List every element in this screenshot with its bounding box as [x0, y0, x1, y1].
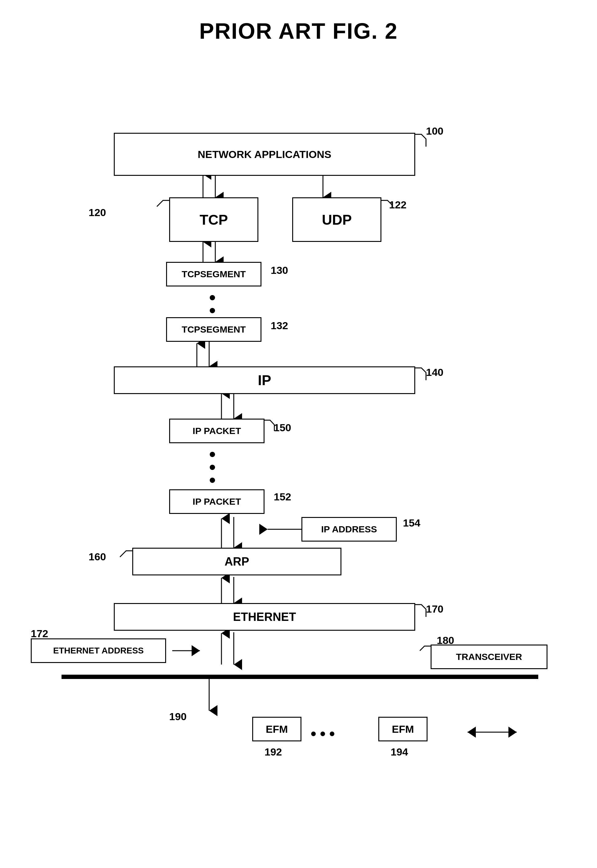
ip-box: IP	[114, 366, 415, 394]
arp-box: ARP	[132, 548, 342, 575]
label-152: 152	[274, 491, 291, 503]
ip-packet1-box: IP PACKET	[169, 419, 264, 443]
label-190: 190	[169, 711, 187, 723]
udp-box: UDP	[292, 197, 382, 242]
label-100: 100	[426, 125, 444, 137]
label-120: 120	[89, 207, 106, 219]
dots-ip: • • •	[209, 448, 215, 487]
label-122: 122	[389, 199, 407, 211]
label-192: 192	[264, 746, 282, 758]
efm1-box: EFM	[252, 717, 301, 741]
efm2-box: EFM	[378, 717, 428, 741]
ethernet-address-box: ETHERNET ADDRESS	[31, 638, 166, 663]
tcp-box: TCP	[169, 197, 258, 242]
ethernet-box: ETHERNET	[114, 603, 415, 631]
dot3: •	[329, 724, 335, 743]
label-170: 170	[426, 603, 444, 615]
ip-address-box: IP ADDRESS	[301, 517, 397, 542]
tcpsegment2-box: TCPSEGMENT	[166, 317, 261, 342]
dot2: •	[320, 724, 325, 743]
label-132: 132	[271, 320, 288, 332]
label-172: 172	[31, 628, 48, 640]
label-130: 130	[271, 264, 288, 276]
ip-packet2-box: IP PACKET	[169, 489, 264, 514]
label-150: 150	[274, 422, 291, 434]
transceiver-box: TRANSCEIVER	[431, 644, 548, 669]
page-title: PRIOR ART FIG. 2	[0, 0, 597, 56]
tcpsegment1-box: TCPSEGMENT	[166, 262, 261, 286]
label-140: 140	[426, 366, 444, 378]
label-160: 160	[89, 551, 106, 563]
dot1: •	[310, 724, 316, 743]
label-194: 194	[391, 746, 408, 758]
label-180: 180	[437, 634, 454, 646]
network-applications-box: NETWORK APPLICATIONS	[114, 133, 415, 176]
label-154: 154	[403, 517, 420, 529]
